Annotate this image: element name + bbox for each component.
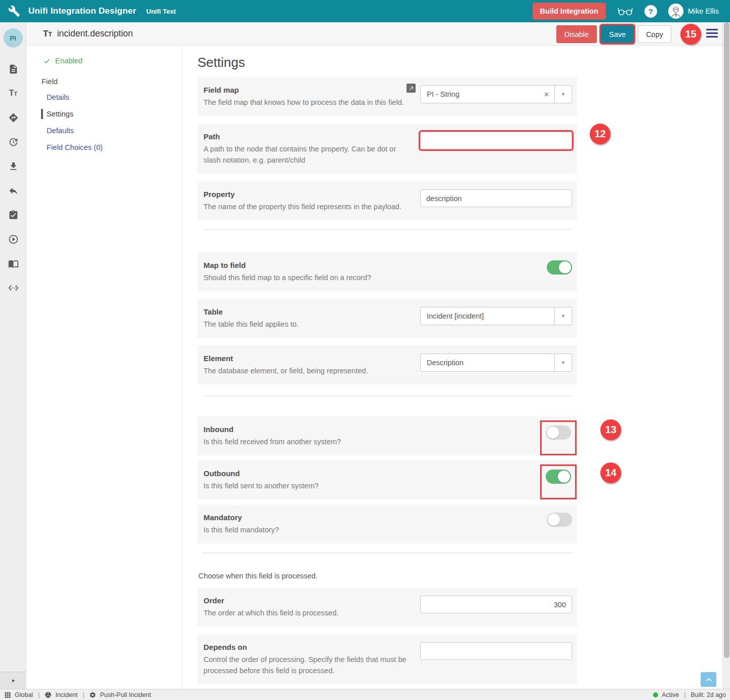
copy-button[interactable]: Copy	[638, 25, 671, 43]
enabled-status: Enabled	[43, 57, 182, 65]
separator: |	[682, 691, 687, 698]
order-label: Order	[204, 596, 410, 605]
directions-icon[interactable]	[0, 105, 26, 130]
integration-avatar[interactable]: PI	[4, 28, 23, 48]
environment-label: Unifi Test	[146, 8, 176, 15]
field-map-label: Field map	[204, 85, 410, 95]
depends-on-label: Depends on	[204, 642, 410, 652]
nav-item-defaults[interactable]: Defaults	[47, 126, 182, 136]
build-integration-button[interactable]: Build Integration	[533, 3, 606, 20]
download-icon[interactable]	[0, 154, 26, 178]
reply-icon[interactable]	[0, 178, 26, 203]
record-header: TT incident.description Disable Save Cop…	[26, 22, 730, 46]
element-value: Description	[421, 359, 554, 367]
wrench-icon	[8, 5, 20, 17]
avatar	[668, 4, 683, 19]
property-label: Property	[204, 189, 410, 199]
mandatory-row: Mandatory Is this field mandatory?	[197, 504, 577, 543]
expand-rail-button[interactable]	[0, 672, 26, 689]
path-label: Path	[204, 132, 410, 141]
map-to-field-label: Map to field	[204, 260, 410, 270]
active-label: Active	[662, 691, 679, 698]
map-to-field-description: Should this field map to a specific fiel…	[204, 272, 410, 283]
section-divider	[202, 553, 572, 553]
document-icon[interactable]	[0, 57, 26, 81]
play-icon[interactable]	[0, 227, 26, 251]
text-fields-icon[interactable]: TT	[0, 81, 26, 105]
inbound-toggle[interactable]	[546, 425, 571, 440]
field-side-nav: Enabled Field Details Settings Defaults …	[26, 46, 182, 689]
help-icon[interactable]: ?	[644, 5, 657, 18]
depends-on-input[interactable]	[420, 642, 572, 660]
nav-section-field: Field	[42, 77, 182, 86]
map-to-field-toggle[interactable]	[547, 260, 572, 275]
inbound-row: Inbound Is this field received from anot…	[197, 416, 577, 455]
app-title: Unifi Integration Designer	[28, 6, 136, 16]
nav-item-settings[interactable]: Settings	[47, 109, 182, 119]
depends-on-row: Depends on Control the order of processi…	[197, 634, 577, 684]
path-input[interactable]	[420, 132, 572, 149]
caret-right-icon	[11, 678, 16, 683]
user-menu[interactable]: Mike Ellis	[668, 4, 719, 19]
vertical-scrollbar[interactable]	[722, 22, 730, 689]
nav-item-details[interactable]: Details	[47, 92, 182, 102]
mandatory-label: Mandatory	[204, 513, 410, 522]
mandatory-toggle[interactable]	[547, 513, 572, 527]
field-type-icon: TT	[43, 29, 52, 39]
annotation-circle-13: 13	[600, 419, 621, 440]
field-map-value: PI - String	[421, 90, 539, 98]
chevron-down-icon[interactable]: ▼	[554, 86, 572, 103]
open-reference-icon[interactable]	[407, 84, 416, 93]
active-indicator	[41, 109, 43, 119]
toggle-knob	[558, 471, 570, 483]
icon-rail: PI TT	[0, 22, 26, 689]
gear-icon	[89, 691, 96, 698]
knowledge-icon[interactable]	[0, 251, 26, 276]
property-input[interactable]	[420, 189, 572, 207]
section-divider	[202, 396, 572, 396]
chevron-down-icon[interactable]: ▼	[554, 354, 572, 371]
glasses-icon[interactable]	[617, 6, 633, 17]
element-select[interactable]: Description ▼	[420, 354, 572, 372]
code-icon[interactable]	[0, 276, 26, 300]
scroll-to-top-button[interactable]	[701, 672, 716, 687]
table-select[interactable]: Incident [incident] ▼	[420, 307, 572, 325]
integration-label[interactable]: Push-Pull Incident	[100, 691, 151, 698]
section-divider	[202, 229, 572, 230]
map-to-field-row: Map to field Should this field map to a …	[197, 252, 577, 291]
menu-icon[interactable]	[706, 29, 718, 40]
scope-label[interactable]: Global	[15, 691, 33, 698]
scrollbar-thumb[interactable]	[724, 22, 729, 658]
path-description: A path to the node that contains the pro…	[204, 143, 410, 166]
element-row: Element The database element, or field, …	[197, 345, 577, 384]
property-row: Property The name of the property this f…	[197, 181, 577, 220]
clear-icon[interactable]: ✕	[539, 91, 554, 98]
settings-heading: Settings	[197, 55, 577, 70]
outbound-row: Outbound Is this field sent to another s…	[197, 460, 577, 499]
chevron-down-icon[interactable]: ▼	[554, 307, 572, 325]
outbound-label: Outbound	[204, 469, 410, 478]
path-row: Path A path to the node that contains th…	[197, 124, 577, 174]
tasks-icon[interactable]	[0, 203, 26, 227]
element-label: Element	[204, 354, 410, 363]
toggle-knob	[559, 261, 571, 274]
order-input[interactable]	[420, 596, 572, 613]
toggle-knob	[548, 514, 560, 526]
nav-item-field-choices[interactable]: Field Choices (0)	[47, 142, 182, 152]
outbound-toggle[interactable]	[546, 470, 571, 484]
built-label: Built: 2d ago	[691, 691, 726, 698]
table-row: Table The table this field applies to. I…	[197, 299, 577, 338]
app-label[interactable]: Incident	[55, 691, 77, 698]
annotation-box-outbound	[540, 464, 577, 499]
annotation-circle-12: 12	[590, 124, 611, 144]
annotation-circle-15: 15	[680, 24, 701, 45]
disable-button[interactable]: Disable	[556, 25, 597, 43]
toggle-knob	[547, 426, 559, 439]
settings-panel: Settings Field map The field map that kn…	[197, 46, 577, 692]
separator: |	[36, 691, 41, 698]
history-icon[interactable]	[0, 130, 26, 154]
save-button[interactable]: Save	[601, 25, 634, 43]
check-icon	[43, 57, 51, 65]
mandatory-description: Is this field mandatory?	[204, 524, 410, 535]
field-map-select[interactable]: PI - String ✕ ▼	[420, 85, 572, 103]
